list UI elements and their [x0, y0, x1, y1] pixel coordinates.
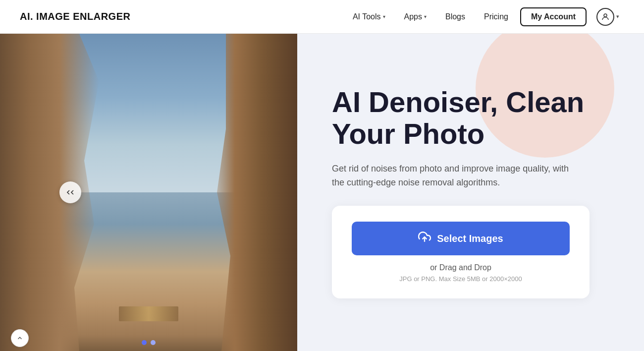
chevron-down-icon: ▾	[424, 14, 427, 19]
drag-drop-text: or Drag and Drop	[352, 263, 570, 272]
hero-title: AI Denoiser, Clean Your Photo	[332, 86, 614, 150]
navbar: AI. IMAGE ENLARGER AI Tools ▾ Apps ▾ Blo…	[0, 0, 644, 34]
right-panel: AI Denoiser, Clean Your Photo Get rid of…	[297, 34, 644, 351]
hero-content: AI Denoiser, Clean Your Photo Get rid of…	[332, 86, 614, 298]
hero-image	[0, 34, 297, 351]
nav-label-blogs: Blogs	[445, 12, 465, 21]
hero-image-panel	[0, 34, 297, 351]
nav-item-blogs[interactable]: Blogs	[438, 8, 472, 25]
hero-subtitle: Get rid of noises from photo and improve…	[332, 162, 570, 190]
nav-label-apps: Apps	[404, 12, 422, 21]
carousel-prev-button[interactable]	[59, 181, 81, 203]
pagination-dots	[0, 340, 297, 345]
user-avatar-icon	[596, 8, 614, 26]
pagination-dot-1[interactable]	[142, 340, 147, 345]
my-account-button[interactable]: My Account	[520, 7, 587, 26]
hero-title-line1: AI Denoiser, Clean	[332, 86, 584, 118]
file-constraints-text: JPG or PNG. Max Size 5MB or 2000×2000	[352, 275, 570, 283]
pagination-dot-2[interactable]	[151, 340, 156, 345]
select-images-label: Select Images	[437, 233, 503, 244]
main-content: AI Denoiser, Clean Your Photo Get rid of…	[0, 34, 644, 351]
bridge-walkway	[119, 306, 178, 321]
svg-point-0	[604, 14, 607, 17]
scroll-up-button[interactable]	[11, 329, 29, 347]
select-images-button[interactable]: Select Images	[352, 222, 570, 255]
nav-items: AI Tools ▾ Apps ▾ Blogs Pricing My Accou…	[346, 5, 624, 29]
upload-icon	[418, 231, 431, 246]
site-logo: AI. IMAGE ENLARGER	[20, 11, 130, 22]
hero-title-line2: Your Photo	[332, 117, 484, 150]
user-menu-button[interactable]: ▾	[591, 5, 624, 29]
nav-label-ai-tools: AI Tools	[353, 12, 381, 21]
nav-item-ai-tools[interactable]: AI Tools ▾	[346, 8, 392, 25]
cliff-left	[0, 34, 99, 351]
chevron-down-icon: ▾	[616, 13, 619, 20]
upload-card: Select Images or Drag and Drop JPG or PN…	[332, 206, 590, 298]
nav-item-apps[interactable]: Apps ▾	[397, 8, 433, 25]
my-account-label: My Account	[531, 12, 576, 21]
nav-item-pricing[interactable]: Pricing	[477, 8, 515, 25]
chevron-down-icon: ▾	[383, 14, 385, 19]
nav-label-pricing: Pricing	[484, 12, 508, 21]
